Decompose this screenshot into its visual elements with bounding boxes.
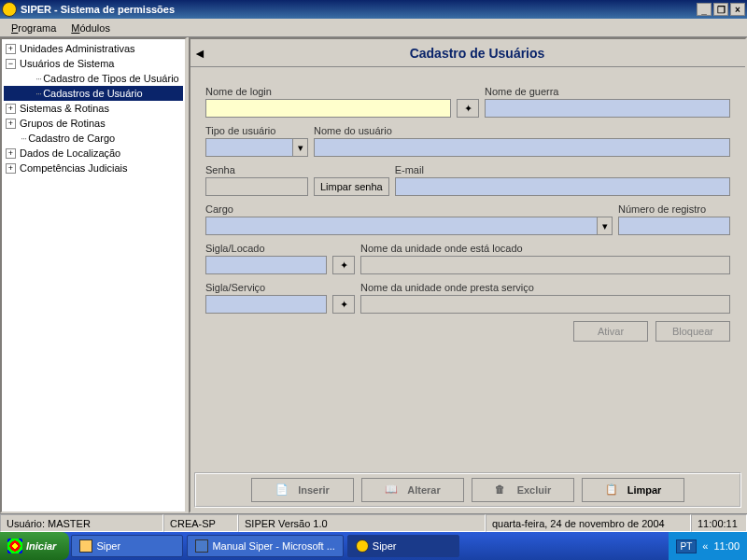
bloquear-button[interactable]: Bloquear — [655, 321, 730, 342]
task-manual[interactable]: Manual Siper - Microsoft ... — [187, 535, 343, 557]
label-tipo-usuario: Tipo de usuário — [205, 125, 308, 136]
close-button[interactable]: × — [730, 3, 745, 16]
expand-icon[interactable]: + — [6, 163, 16, 174]
content-panel: ◄ Cadastro de Usuários Nome de login ✦ N… — [189, 37, 747, 513]
clear-icon: 📋 — [605, 483, 618, 497]
app-icon — [2, 2, 17, 17]
lookup-login-button[interactable]: ✦ — [457, 99, 479, 118]
minimize-button[interactable]: _ — [697, 3, 712, 16]
tree-panel[interactable]: +Unidades Administrativas −Usuários de S… — [0, 37, 187, 513]
status-time: 11:00:11 — [691, 514, 747, 532]
search-icon: ✦ — [340, 299, 348, 311]
chevron-down-icon[interactable]: ▾ — [597, 217, 612, 234]
label-senha: Senha — [205, 164, 308, 175]
nome-login-input[interactable] — [205, 99, 451, 118]
bottom-toolbar: 📄Inserir 📖Alterar 🗑Excluir 📋Limpar — [194, 472, 741, 508]
num-registro-input[interactable] — [618, 217, 730, 235]
label-sigla-servico: Sigla/Serviço — [205, 282, 327, 293]
tree-unidades-admin[interactable]: +Unidades Administrativas — [4, 41, 183, 56]
statusbar: Usuário: MASTER CREA-SP SIPER Versão 1.0… — [0, 513, 747, 532]
label-email: E-mail — [395, 164, 730, 175]
start-button[interactable]: Iniciar — [0, 532, 69, 560]
edit-icon: 📖 — [385, 483, 398, 497]
tree-cadastros-usuario[interactable]: Cadastros de Usuário — [4, 86, 183, 101]
chevron-down-icon[interactable]: ▾ — [292, 139, 307, 156]
tray-clock: 11:00 — [713, 540, 740, 552]
page-title: Cadastro de Usuários — [209, 46, 745, 61]
tree-competencias[interactable]: +Competências Judiciais — [4, 161, 183, 175]
folder-icon — [79, 539, 92, 553]
collapse-icon[interactable]: − — [6, 59, 16, 69]
status-org: CREA-SP — [163, 514, 238, 532]
label-nome-usuario: Nome do usuário — [314, 125, 730, 136]
lookup-servico-button[interactable]: ✦ — [332, 295, 355, 314]
tree-dados-localizacao[interactable]: +Dados de Localização — [4, 146, 183, 161]
excluir-button[interactable]: 🗑Excluir — [472, 478, 574, 502]
label-nome-guerra: Nome de guerra — [485, 86, 730, 97]
label-nome-login: Nome de login — [205, 86, 451, 97]
maximize-button[interactable]: ❐ — [713, 3, 728, 16]
tree-sistemas-rotinas[interactable]: +Sistemas & Rotinas — [4, 101, 183, 116]
limpar-button[interactable]: 📋Limpar — [582, 478, 684, 502]
tree-cadastro-cargo[interactable]: Cadastro de Cargo — [4, 131, 183, 146]
inserir-button[interactable]: 📄Inserir — [251, 478, 354, 502]
ativar-button[interactable]: Ativar — [573, 321, 648, 342]
task-siper-folder[interactable]: Siper — [71, 535, 183, 557]
task-siper-app[interactable]: Siper — [347, 535, 459, 557]
tree-grupos-rotinas[interactable]: +Grupos de Rotinas — [4, 116, 183, 131]
expand-icon[interactable]: + — [6, 119, 16, 129]
insert-icon: 📄 — [275, 483, 289, 497]
senha-input[interactable] — [205, 177, 308, 196]
menu-modulos[interactable]: Módulos — [63, 21, 118, 35]
expand-icon[interactable]: + — [6, 44, 16, 54]
status-version: SIPER Versão 1.0 — [238, 514, 486, 532]
language-indicator[interactable]: PT — [676, 539, 698, 553]
tipo-usuario-select[interactable]: ▾ — [205, 138, 308, 157]
expand-icon[interactable]: + — [6, 148, 16, 159]
search-icon: ✦ — [464, 103, 472, 115]
back-arrow-icon[interactable]: ◄ — [190, 46, 209, 61]
unidade-servico-input[interactable] — [360, 295, 730, 314]
tree-cadastro-tipos[interactable]: Cadastro de Tipos de Usuário — [4, 71, 183, 86]
system-tray: PT « 11:00 — [669, 532, 747, 560]
windows-icon — [7, 539, 22, 553]
label-num-registro: Número de registro — [618, 203, 730, 215]
label-cargo: Cargo — [205, 203, 613, 215]
search-icon: ✦ — [340, 259, 348, 272]
tree-usuarios-sistema[interactable]: −Usuários de Sistema — [4, 56, 183, 71]
word-icon — [195, 539, 208, 553]
app-icon — [356, 539, 369, 553]
tray-prev-icon[interactable]: « — [702, 540, 708, 552]
label-unidade-servico: Nome da unidade onde presta serviço — [360, 282, 730, 293]
status-usuario: Usuário: MASTER — [0, 514, 163, 532]
lookup-locado-button[interactable]: ✦ — [332, 256, 355, 274]
window-title: SIPER - Sistema de permissões — [21, 4, 697, 15]
status-date: quarta-feira, 24 de novembro de 2004 — [486, 514, 691, 532]
unidade-locado-input[interactable] — [360, 256, 730, 274]
label-unidade-locado: Nome da unidade onde está locado — [360, 243, 730, 254]
delete-icon: 🗑 — [495, 483, 508, 497]
limpar-senha-button[interactable]: Limpar senha — [314, 177, 389, 196]
email-input[interactable] — [395, 177, 730, 196]
menu-programa[interactable]: PProgramarograma — [4, 21, 63, 35]
expand-icon[interactable]: + — [6, 104, 16, 114]
label-sigla-locado: Sigla/Locado — [205, 243, 327, 254]
nome-usuario-input[interactable] — [314, 138, 730, 157]
cargo-select[interactable]: ▾ — [205, 217, 613, 235]
form-area: Nome de login ✦ Nome de guerra Tipo de u… — [190, 67, 745, 469]
taskbar: Iniciar Siper Manual Siper - Microsoft .… — [0, 532, 747, 560]
sigla-servico-input[interactable] — [205, 295, 327, 314]
sigla-locado-input[interactable] — [205, 256, 327, 274]
titlebar: SIPER - Sistema de permissões _ ❐ × — [0, 0, 747, 19]
alterar-button[interactable]: 📖Alterar — [361, 478, 464, 502]
menubar: PProgramarograma Módulos — [0, 19, 747, 37]
nome-guerra-input[interactable] — [485, 99, 730, 118]
